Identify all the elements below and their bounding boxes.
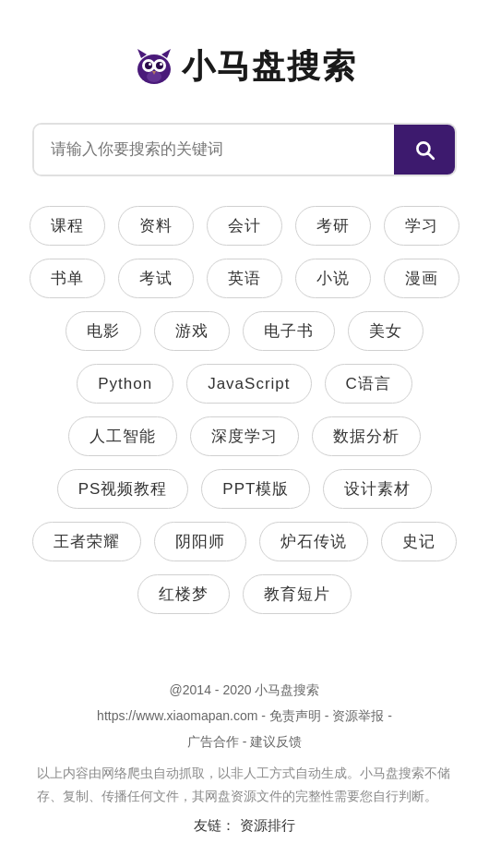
tag-item[interactable]: 电子书 [243,311,335,351]
tag-item[interactable]: 红楼梦 [137,574,230,614]
friend-link-item[interactable]: 资源排行 [240,817,295,833]
tag-item[interactable]: 炉石传说 [259,522,368,561]
tag-item[interactable]: 书单 [30,259,105,298]
search-button[interactable] [394,125,455,175]
tag-item[interactable]: 课程 [30,206,105,246]
tag-item[interactable]: 考试 [118,259,194,298]
friend-links-label: 友链： [194,817,235,833]
tag-item[interactable]: PPT模版 [201,469,310,509]
tag-item[interactable]: 学习 [384,206,459,246]
tags-container: 课程资料会计考研学习书单考试英语小说漫画电影游戏电子书美女PythonJavaS… [23,206,466,614]
tag-item[interactable]: 考研 [295,206,371,246]
tag-item[interactable]: 设计素材 [323,469,432,509]
svg-point-5 [145,62,152,69]
tag-item[interactable]: 王者荣耀 [32,522,141,561]
tag-item[interactable]: PS视频教程 [57,469,189,509]
disclaimer-link[interactable]: 免责声明 [269,708,321,723]
tag-item[interactable]: 电影 [66,311,141,351]
svg-point-6 [156,62,163,69]
tag-item[interactable]: 阴阳师 [154,522,246,561]
tag-item[interactable]: 游戏 [154,311,230,351]
footer-link-row: https://www.xiaomapan.com - 免责声明 - 资源举报 … [37,703,452,729]
tag-item[interactable]: 教育短片 [243,574,352,614]
logo-icon [132,45,176,90]
footer-links: @2014 - 2020 小马盘搜索 https://www.xiaomapan… [37,677,452,754]
footer-link-row2: 广告合作 - 建议反馈 [37,729,452,754]
copyright: @2014 - 2020 小马盘搜索 [37,677,452,703]
tag-item[interactable]: 人工智能 [68,416,177,456]
tag-item[interactable]: 英语 [207,259,282,298]
feedback-link[interactable]: 建议反馈 [250,734,302,749]
tag-item[interactable]: 数据分析 [312,416,421,456]
search-input[interactable] [34,125,394,175]
footer-disclaimer: 以上内容由网络爬虫自动抓取，以非人工方式自动生成。小马盘搜索不储存、复制、传播任… [37,762,452,808]
footer-friend-links: 友链： 资源排行 [37,817,452,835]
tag-item[interactable]: 会计 [207,206,282,246]
tag-item[interactable]: Python [77,364,173,404]
tag-item[interactable]: 史记 [381,522,457,561]
report-link[interactable]: 资源举报 [332,708,384,723]
website-link[interactable]: https://www.xiaomapan.com [97,708,257,723]
tag-item[interactable]: 资料 [118,206,194,246]
svg-point-8 [160,63,162,66]
tag-item[interactable]: 深度学习 [190,416,299,456]
svg-point-10 [147,71,161,82]
svg-point-7 [149,63,151,66]
ad-link[interactable]: 广告合作 [187,734,239,749]
tag-item[interactable]: C语言 [325,364,412,404]
tag-item[interactable]: 小说 [295,259,371,298]
search-bar [32,123,457,176]
header-title: 小马盘搜索 [182,44,357,90]
tag-item[interactable]: JavaScript [186,364,311,404]
tag-item[interactable]: 漫画 [384,259,459,298]
footer: @2014 - 2020 小马盘搜索 https://www.xiaomapan… [0,647,489,868]
header: 小马盘搜索 [132,44,357,90]
search-icon [412,138,436,162]
tag-item[interactable]: 美女 [348,311,423,351]
